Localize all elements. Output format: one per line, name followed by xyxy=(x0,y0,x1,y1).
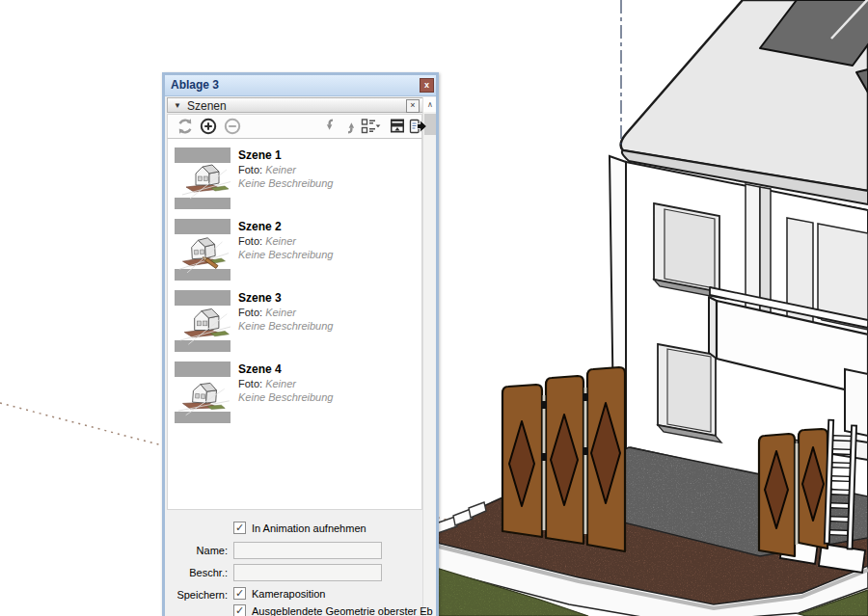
move-scene-up-icon[interactable] xyxy=(341,117,361,136)
close-icon[interactable]: x xyxy=(420,78,434,93)
scroll-up-icon[interactable]: ∧ xyxy=(423,97,437,112)
name-label: Name: xyxy=(165,545,228,556)
scene-list: Szene 1 Foto: Keiner Keine Beschreibung … xyxy=(167,139,422,510)
scene-description: Keine Beschreibung xyxy=(238,176,333,190)
section-title: Szenen xyxy=(187,99,227,113)
ablage-panel: Ablage 3 x ▼ Szenen × ∧ xyxy=(162,72,439,616)
speichern-label: Speichern: xyxy=(165,589,228,601)
scene-thumbnail[interactable] xyxy=(175,290,231,352)
scene-name: Szene 2 xyxy=(238,220,333,234)
foto-label: Foto: xyxy=(238,378,262,389)
scene-name: Szene 3 xyxy=(238,291,333,306)
privacy-screens-left xyxy=(502,367,625,551)
privacy-screens-right xyxy=(759,429,827,556)
collapse-triangle-icon[interactable]: ▼ xyxy=(174,101,181,110)
scene-thumbnail[interactable] xyxy=(175,219,231,281)
sketchup-viewport: Ablage 3 x ▼ Szenen × ∧ xyxy=(0,0,868,616)
foto-label: Foto: xyxy=(238,164,262,175)
kameraposition-label: Kameraposition xyxy=(252,588,325,600)
foto-label: Foto: xyxy=(238,307,262,318)
scene-description: Keine Beschreibung xyxy=(238,319,333,333)
scene-properties-form: ✓ In Animation aufnehmen Name: Beschr.: … xyxy=(165,510,422,616)
remove-scene-icon[interactable] xyxy=(223,117,242,136)
view-options-icon[interactable] xyxy=(361,117,382,136)
list-item[interactable]: Szene 1 Foto: Keiner Keine Beschreibung xyxy=(168,145,421,216)
list-item[interactable]: Szene 3 Foto: Keiner Keine Beschreibung xyxy=(168,287,421,359)
close-icon[interactable]: × xyxy=(406,99,420,113)
foto-value: Keiner xyxy=(265,307,296,318)
beschr-label: Beschr.: xyxy=(165,567,228,578)
scrollbar[interactable]: ∧ xyxy=(422,97,436,616)
scene-thumbnail[interactable] xyxy=(175,362,231,423)
tray-title: Ablage 3 xyxy=(171,78,219,92)
scene-description: Keine Beschreibung xyxy=(238,390,333,404)
scene-thumbnail[interactable] xyxy=(175,147,231,209)
show-details-icon[interactable] xyxy=(409,117,428,136)
hidden-geometry-checkbox[interactable]: ✓ xyxy=(233,604,246,616)
kameraposition-checkbox[interactable]: ✓ xyxy=(233,587,246,600)
include-animation-checkbox[interactable]: ✓ xyxy=(233,522,246,534)
list-item[interactable]: Szene 2 Foto: Keiner Keine Beschreibung xyxy=(168,216,421,287)
foto-value: Keiner xyxy=(265,164,296,175)
foto-value: Keiner xyxy=(265,378,296,389)
scenes-toolbar xyxy=(167,114,422,139)
beschr-field[interactable] xyxy=(233,564,382,581)
show-thumbnails-icon[interactable] xyxy=(388,117,407,136)
scene-name: Szene 1 xyxy=(238,148,333,163)
scene-description: Keine Beschreibung xyxy=(238,248,333,261)
list-item[interactable]: Szene 4 Foto: Keiner Keine Beschreibung xyxy=(168,359,421,430)
scene-name: Szene 4 xyxy=(238,362,333,377)
name-field[interactable] xyxy=(233,542,382,559)
include-animation-label: In Animation aufnehmen xyxy=(252,522,366,534)
scenes-section-header[interactable]: ▼ Szenen × xyxy=(167,97,423,113)
refresh-scenes-icon[interactable] xyxy=(176,117,195,136)
foto-label: Foto: xyxy=(238,235,262,247)
add-scene-icon[interactable] xyxy=(199,117,218,136)
tray-titlebar[interactable]: Ablage 3 x xyxy=(165,75,436,96)
hidden-geometry-label: Ausgeblendete Geometrie oberster Eb xyxy=(252,605,433,616)
foto-value: Keiner xyxy=(265,235,296,247)
move-scene-down-icon[interactable] xyxy=(320,117,339,136)
